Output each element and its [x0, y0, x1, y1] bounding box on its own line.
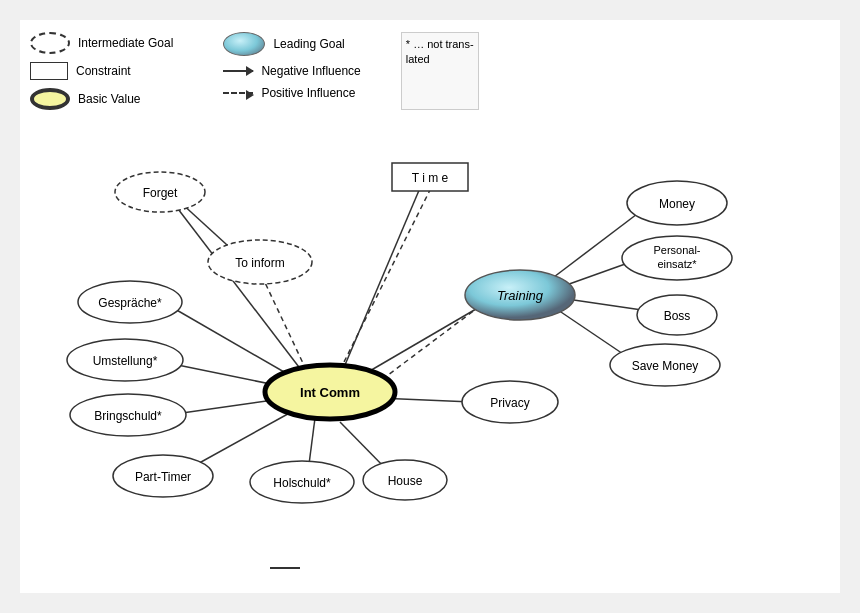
house-label: House [388, 474, 423, 488]
leading-goal-icon [223, 32, 265, 56]
personal-einsatz-label2: einsatz* [657, 258, 697, 270]
privacy-label: Privacy [490, 396, 529, 410]
svg-line-0 [175, 205, 305, 375]
int-comm-label: Int Comm [300, 385, 360, 400]
legend-positive-influence: Positive Influence [223, 86, 360, 100]
legend-constraint: Constraint [30, 62, 173, 80]
money-label: Money [659, 197, 695, 211]
basic-value-icon [30, 88, 70, 110]
legend-col-2: Leading Goal Negative Influence Positive… [223, 32, 360, 110]
basic-value-label: Basic Value [78, 92, 140, 106]
legend-note-text: * … not trans-lated [406, 38, 474, 65]
svg-line-9 [368, 302, 488, 372]
dashed-arrow-line [223, 92, 253, 94]
legend-intermediate-goal: Intermediate Goal [30, 32, 173, 54]
part-timer-label: Part-Timer [135, 470, 191, 484]
to-inform-label: To inform [235, 256, 284, 270]
time-label: T i m e [412, 171, 449, 185]
bringschuld-label: Bringschuld* [94, 409, 162, 423]
legend-col-1: Intermediate Goal Constraint Basic Value [30, 32, 173, 110]
inner-canvas: Intermediate Goal Constraint Basic Value… [20, 20, 840, 593]
svg-line-2 [168, 305, 298, 380]
positive-influence-icon [223, 92, 253, 94]
boss-label: Boss [664, 309, 691, 323]
legend-leading-goal: Leading Goal [223, 32, 360, 56]
positive-influence-label: Positive Influence [261, 86, 355, 100]
legend-note: * … not trans-lated [401, 32, 479, 110]
negative-influence-label: Negative Influence [261, 64, 360, 78]
svg-line-16 [342, 188, 420, 372]
personal-einsatz-label: Personal- [653, 244, 700, 256]
forget-label: Forget [143, 186, 178, 200]
constraint-label: Constraint [76, 64, 131, 78]
negative-influence-icon [223, 70, 253, 72]
constraint-icon [30, 62, 68, 80]
legend-basic-value: Basic Value [30, 88, 173, 110]
intermediate-goal-icon [30, 32, 70, 54]
intermediate-goal-label: Intermediate Goal [78, 36, 173, 50]
gespraeche-label: Gespräche* [98, 296, 162, 310]
training-label: Training [497, 288, 544, 303]
leading-goal-label: Leading Goal [273, 37, 344, 51]
legend-negative-influence: Negative Influence [223, 64, 360, 78]
umstellung-label: Umstellung* [93, 354, 158, 368]
main-container: Intermediate Goal Constraint Basic Value… [0, 0, 860, 613]
save-money-label: Save Money [632, 359, 699, 373]
holschuld-label: Holschuld* [273, 476, 331, 490]
arrow-line [223, 70, 253, 72]
legend: Intermediate Goal Constraint Basic Value… [30, 32, 479, 110]
